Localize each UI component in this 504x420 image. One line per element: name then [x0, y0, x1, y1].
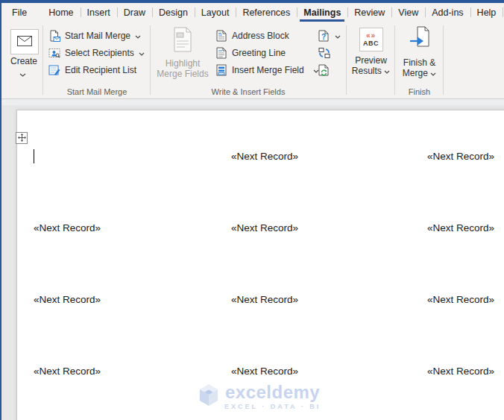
tab-file[interactable]: File [1, 3, 37, 22]
document-area: «Next Record» «Next Record» «Next Record… [1, 99, 504, 420]
preview-results-icon-caption: ABC [363, 40, 379, 47]
watermark: exceldemy EXCEL · DATA · BI [198, 383, 321, 410]
merge-field-cell[interactable]: «Next Record» [231, 366, 298, 377]
watermark-tagline: EXCEL · DATA · BI [224, 403, 321, 410]
greeting-line-label: Greeting Line [232, 48, 286, 58]
start-mail-merge-icon [48, 30, 60, 42]
match-fields-button[interactable] [318, 44, 341, 61]
mailings-ribbon: Create Start Mail Merge Select Recipient… [1, 22, 504, 99]
group-label-start-mail-merge: Start Mail Merge [45, 87, 149, 96]
address-block-icon [215, 30, 227, 42]
insert-merge-field-button[interactable]: Insert Merge Field [215, 61, 319, 78]
preview-results-label-line1: Preview [352, 55, 390, 66]
chevron-down-icon [139, 48, 145, 58]
update-labels-button[interactable] [318, 61, 341, 78]
preview-results-button[interactable]: «» ABC Preview Results [347, 28, 394, 76]
group-separator [42, 25, 43, 95]
highlight-merge-fields-icon [172, 27, 193, 54]
rules-button[interactable]: ? [318, 27, 341, 44]
finish-merge-label-line2: Merge [403, 68, 428, 78]
table-row: «Next Record» «Next Record» «Next Record… [1, 366, 504, 378]
write-insert-fields-column: Address Block Greeting Line Insert Merge… [215, 27, 319, 78]
merge-field-cell[interactable]: «Next Record» [231, 294, 298, 305]
merge-field-cell[interactable]: «Next Record» [427, 151, 494, 162]
tab-home[interactable]: Home [42, 3, 80, 22]
edit-recipient-list-icon [48, 64, 60, 76]
update-labels-icon [318, 64, 330, 76]
start-mail-merge-label: Start Mail Merge [65, 31, 130, 41]
start-mail-merge-group: Start Mail Merge Select Recipients Edit [48, 27, 145, 78]
chevron-down-icon [335, 31, 341, 41]
merge-field-cell[interactable]: «Next Record» [231, 151, 298, 162]
table-move-handle-icon [18, 131, 26, 145]
match-fields-icon [318, 47, 330, 59]
merge-field-cell[interactable]: «Next Record» [427, 294, 494, 305]
document-area-top-band [1, 99, 504, 105]
highlight-merge-fields-label-line2: Merge Fields [157, 69, 208, 79]
tab-add-ins[interactable]: Add-ins [425, 3, 470, 22]
table-row: «Next Record» «Next Record» [1, 151, 504, 163]
tab-review[interactable]: Review [347, 3, 391, 22]
tab-layout[interactable]: Layout [195, 3, 236, 22]
edit-recipient-list-button[interactable]: Edit Recipient List [48, 61, 145, 78]
edit-recipient-list-label: Edit Recipient List [65, 65, 136, 75]
chevron-down-icon [135, 31, 141, 41]
insert-merge-field-label: Insert Merge Field [232, 65, 304, 75]
tab-references[interactable]: References [236, 3, 297, 22]
watermark-name: exceldemy [225, 383, 320, 401]
group-label-finish: Finish [396, 87, 443, 96]
preview-results-label-line2: Results [352, 66, 382, 76]
group-separator [150, 25, 151, 95]
create-button[interactable] [10, 29, 39, 54]
preview-results-icon-marks: «» [366, 32, 376, 40]
tab-help[interactable]: Help [470, 3, 503, 22]
svg-text:?: ? [321, 33, 326, 41]
chevron-down-icon [430, 68, 436, 78]
finish-merge-label-line1: Finish & [403, 57, 436, 68]
group-label-write-insert-fields: Write & Insert Fields [151, 87, 346, 96]
finish-merge-button[interactable]: Finish & Merge [396, 26, 443, 78]
merge-field-cell[interactable]: «Next Record» [34, 366, 101, 377]
group-separator [346, 25, 347, 95]
ribbon-tab-bar: File Home Insert Draw Design Layout Refe… [1, 3, 504, 22]
window-left-border [0, 0, 1, 420]
merge-field-cell[interactable]: «Next Record» [427, 366, 494, 377]
chevron-down-icon [19, 69, 26, 79]
merge-field-cell[interactable]: «Next Record» [427, 222, 494, 233]
preview-results-icon: «» ABC [359, 28, 383, 51]
start-mail-merge-button[interactable]: Start Mail Merge [48, 27, 145, 44]
merge-field-cell[interactable]: «Next Record» [34, 294, 101, 305]
merge-field-cell[interactable]: «Next Record» [231, 222, 298, 233]
tab-insert[interactable]: Insert [81, 3, 117, 22]
greeting-line-icon [215, 47, 227, 59]
group-separator [394, 25, 395, 95]
select-recipients-label: Select Recipients [65, 48, 134, 58]
insert-merge-field-icon [215, 64, 227, 76]
tab-mailings[interactable]: Mailings [297, 3, 347, 22]
cube-logo-icon [198, 383, 219, 410]
table-row: «Next Record» «Next Record» «Next Record… [1, 222, 504, 235]
highlight-merge-fields-button: Highlight Merge Fields [153, 27, 212, 79]
tab-view[interactable]: View [391, 3, 425, 22]
merge-field-cell[interactable]: «Next Record» [34, 222, 101, 233]
group-separator [443, 25, 444, 95]
select-recipients-button[interactable]: Select Recipients [48, 44, 145, 61]
highlight-merge-fields-label-line1: Highlight [157, 58, 208, 69]
create-button-label[interactable]: Create [1, 56, 46, 66]
address-block-label: Address Block [232, 31, 289, 41]
chevron-down-icon [384, 66, 390, 76]
table-move-handle[interactable] [16, 132, 28, 144]
greeting-line-button[interactable]: Greeting Line [215, 44, 319, 61]
word-window: File Home Insert Draw Design Layout Refe… [0, 0, 504, 420]
write-insert-small-buttons: ? [318, 27, 341, 78]
finish-merge-icon [409, 26, 431, 54]
select-recipients-icon [48, 47, 60, 59]
rules-icon: ? [318, 30, 330, 42]
tab-draw[interactable]: Draw [117, 3, 152, 22]
table-row: «Next Record» «Next Record» «Next Record… [1, 294, 504, 307]
envelope-icon [17, 36, 32, 48]
tab-design[interactable]: Design [152, 3, 195, 22]
address-block-button[interactable]: Address Block [215, 27, 319, 44]
